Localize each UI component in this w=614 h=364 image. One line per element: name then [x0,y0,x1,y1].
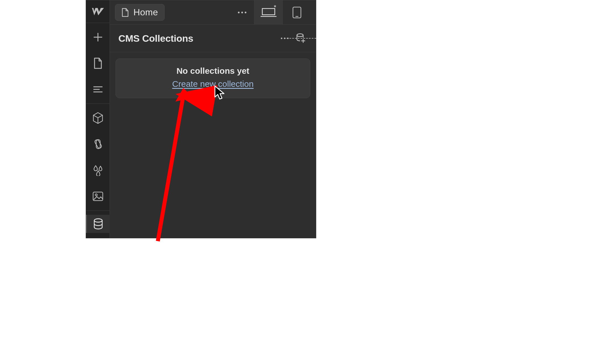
designer-shell: Home * [86,0,316,238]
create-collection-link[interactable]: Create new collection [172,79,254,89]
rail-section-design [86,104,110,211]
svg-point-9 [94,219,102,222]
empty-state-title: No collections yet [177,66,250,76]
current-page-pill[interactable]: Home [115,4,165,21]
svg-rect-6 [94,139,102,149]
swatch-icon [92,138,104,150]
navigator-button[interactable] [86,80,110,98]
breakpoint-tablet-button[interactable] [282,0,311,25]
add-element-button[interactable] [86,28,110,46]
current-page-label: Home [133,7,158,18]
page-options-button[interactable] [234,4,251,21]
page-icon [93,58,102,69]
plus-icon [93,32,103,43]
assets-button[interactable] [86,187,110,205]
image-icon [92,191,104,201]
svg-point-8 [95,194,97,196]
topbar: Home * [110,0,316,25]
main-column: Home * [110,0,316,238]
tablet-icon [292,6,302,19]
components-button[interactable] [86,109,110,127]
webflow-logo-icon [91,7,104,16]
cube-icon [92,112,104,124]
canvas-edge [284,38,316,40]
database-stack-icon [93,218,104,230]
style-manager-button[interactable] [86,161,110,179]
svg-point-12 [245,12,246,13]
page-icon [121,8,129,17]
modified-indicator: * [274,4,276,11]
navigator-icon [93,86,103,93]
variables-button[interactable] [86,135,110,153]
empty-state-card: No collections yet Create new collection [116,58,310,98]
svg-point-15 [281,37,282,39]
pages-button[interactable] [86,54,110,72]
left-icon-rail [86,0,110,238]
svg-point-18 [297,34,303,37]
panel-body: No collections yet Create new collection [110,52,316,238]
breakpoint-desktop-button[interactable]: * [254,0,282,25]
logo-cell[interactable] [86,0,110,23]
droplets-icon [92,165,104,176]
svg-point-10 [238,12,240,13]
more-horizontal-icon [237,11,247,14]
panel-title: CMS Collections [118,33,193,44]
rail-section-data [86,211,110,238]
breakpoint-switcher: * [254,0,311,25]
cms-button[interactable] [86,215,110,233]
svg-point-11 [241,12,243,13]
rail-section-tools [86,23,110,104]
